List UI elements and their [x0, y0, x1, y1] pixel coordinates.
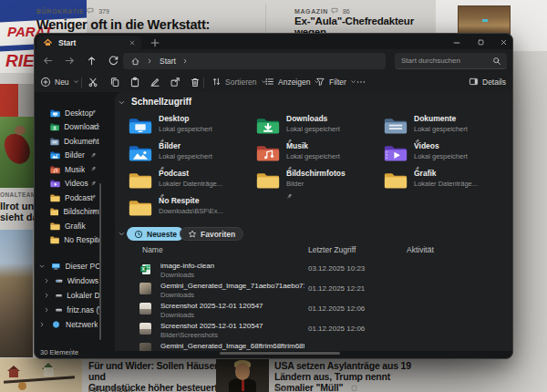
chevron-right-icon	[146, 57, 154, 66]
back-button[interactable]	[42, 55, 54, 67]
chevron-right-icon[interactable]	[181, 57, 190, 66]
view-list-icon	[264, 77, 274, 87]
chevron-right-icon[interactable]	[43, 306, 51, 315]
chevron-right-icon[interactable]	[43, 292, 51, 300]
share-button[interactable]	[170, 77, 181, 88]
column-divider	[265, 4, 266, 33]
new-tab-button[interactable]	[150, 37, 160, 48]
quick-access-tile-no-respite[interactable]: No Respite Downloads\BSF\Ex...	[129, 196, 256, 223]
quick-access-tile-grafik[interactable]: Grafik Lokaler Datenträge...	[384, 169, 511, 196]
copy-button[interactable]	[109, 77, 120, 88]
sidebar-item-grafik[interactable]: Grafik	[36, 219, 99, 233]
column-activity[interactable]: Aktivität	[407, 245, 434, 254]
close-button[interactable]	[493, 36, 513, 48]
sidebar-item-windows-c[interactable]: Windows (C:)	[41, 273, 99, 288]
minimize-button[interactable]	[447, 36, 467, 48]
chevron-down-icon[interactable]	[38, 263, 46, 271]
search-icon[interactable]	[492, 57, 501, 65]
sidebar-item-fritz-nas-192[interactable]: fritz.nas (\\192	[41, 303, 99, 317]
quick-access-tile-videos[interactable]: Videos Lokal gespeichert	[384, 141, 511, 169]
view-button[interactable]: Anzeigen	[264, 77, 321, 87]
quick-access-tile-bildschirmfotos[interactable]: Bildschirmfotos Bilder	[256, 169, 384, 196]
sidebar-item-label: Windows (C:)	[67, 276, 99, 285]
file-row-gemini-generated-image-71aebo71aebo71ae[interactable]: Gemini_Generated_Image_71aebo71aebo71ae …	[115, 280, 512, 300]
article-time: 05:52	[274, 386, 289, 392]
tile-name: Bildschirmfotos	[286, 169, 346, 178]
tile-location: Lokaler Datenträge...	[159, 180, 222, 188]
bookmark-icon[interactable]	[351, 385, 357, 391]
sidebar-scrollbar[interactable]	[99, 183, 101, 340]
trump-photo	[216, 358, 269, 392]
pin-icon	[90, 124, 98, 131]
folder-folder-icon	[384, 170, 408, 190]
paste-button[interactable]	[129, 77, 140, 88]
sidebar-item-podcast[interactable]: Podcast	[36, 191, 99, 205]
filter-button[interactable]: Filter	[315, 77, 357, 87]
file-row-screenshot-2025-12-01-120547[interactable]: Screenshot 2025-12-01 120547 Bilder\Scre…	[115, 320, 512, 340]
details-button[interactable]: Details	[469, 77, 506, 87]
forward-button[interactable]	[64, 55, 76, 67]
file-row-image-info-clean[interactable]: X image-info-clean Downloads 03.12.2025 …	[115, 260, 512, 280]
recent-label: Neueste	[147, 230, 177, 239]
article-headline-link[interactable]: USA setzen Asylanträge aus 19 Ländern au…	[274, 360, 420, 392]
maximize-button[interactable]	[470, 36, 490, 48]
column-last-access[interactable]: Letzter Zugriff	[308, 245, 356, 254]
sidebar-item-no-respite[interactable]: No Respite	[36, 233, 99, 248]
screenshot-root: PARAT RIE BÜROKRATIE 379 Weniger oft in …	[0, 0, 547, 392]
refresh-button[interactable]	[108, 55, 119, 67]
sidebar-item-lokaler-datent[interactable]: Lokaler Datent	[41, 288, 99, 303]
sidebar-item-netzwerk[interactable]: Netzwerk	[36, 317, 99, 332]
chevron-right-icon[interactable]	[38, 321, 46, 329]
quick-access-tile-downloads[interactable]: Downloads Lokal gespeichert	[256, 114, 384, 141]
file-name: Screenshot 2025-12-01 120547	[160, 302, 263, 310]
player-figure	[1, 130, 33, 167]
pin-icon	[286, 166, 294, 173]
sidebar-item-videos[interactable]: Videos	[36, 177, 99, 191]
breadcrumb-start[interactable]: Start	[160, 57, 176, 66]
music-icon	[50, 165, 60, 174]
pin-icon	[286, 193, 294, 201]
quick-access-tile-bilder[interactable]: Bilder Lokal gespeichert	[129, 141, 256, 169]
sidebar-item-downloads[interactable]: Downloads	[36, 120, 99, 135]
filter-favorites-pill[interactable]: Favoriten	[180, 227, 243, 241]
rename-button[interactable]	[150, 77, 160, 88]
sidebar-item-dieser-pc[interactable]: Dieser PC	[36, 259, 99, 273]
sort-button[interactable]: Sortieren	[212, 77, 268, 87]
address-bar[interactable]: Start	[123, 53, 386, 69]
sidebar-item-bildschirmfo[interactable]: Bildschirmfo	[36, 205, 99, 220]
tile-location: Lokal gespeichert	[414, 152, 468, 160]
quick-access-tile-musik[interactable]: Musik Lokal gespeichert	[256, 141, 384, 169]
article-headline-link[interactable]: Weniger oft in die Werkstatt:	[36, 17, 274, 32]
cut-button[interactable]	[88, 77, 98, 88]
horizontal-scrollbar[interactable]	[220, 352, 340, 355]
delete-button[interactable]	[190, 77, 201, 88]
chevron-right-icon[interactable]	[43, 277, 51, 285]
sidebar-item-dokumente[interactable]: Dokumente	[36, 134, 99, 149]
new-button[interactable]: Neu	[40, 77, 80, 88]
bottom-news-row: Für und Wider: Sollen Häuser und Grundst…	[0, 358, 547, 392]
sidebar-item-musik[interactable]: Musik	[36, 162, 99, 177]
tab-label: Start	[58, 38, 123, 47]
file-row-gemini-generated-image-68ftrim68ftrim68ftr[interactable]: Gemini_Generated_Image_68ftrim68ftrim68f…	[115, 340, 512, 351]
section-chevron-icon[interactable]	[118, 98, 127, 108]
home-icon[interactable]	[130, 57, 140, 67]
explorer-tab-start[interactable]: Start	[37, 36, 141, 49]
quick-access-tile-desktop[interactable]: Desktop Lokal gespeichert	[129, 114, 256, 141]
home-icon	[43, 37, 53, 47]
column-name[interactable]: Name	[142, 245, 163, 254]
up-button[interactable]	[86, 55, 98, 67]
more-button[interactable]	[356, 77, 366, 88]
quick-access-tile-dokumente[interactable]: Dokumente Lokal gespeichert	[384, 114, 511, 141]
article-kicker: FÜR & WIDER	[88, 387, 133, 392]
sidebar-item-bilder[interactable]: Bilder	[36, 149, 99, 163]
sidebar-item-desktop[interactable]: Desktop	[36, 106, 99, 120]
new-label: Neu	[55, 77, 69, 87]
quick-access-grid: Desktop Lokal gespeichert Downloads Loka…	[129, 114, 511, 223]
sidebar-item-label: No Respite	[64, 235, 99, 244]
tab-close-icon[interactable]	[129, 39, 136, 46]
filter-recent-pill[interactable]: Neueste	[127, 227, 184, 241]
quick-access-tile-podcast[interactable]: Podcast Lokaler Datenträge...	[129, 169, 256, 196]
section-chevron-icon[interactable]	[118, 230, 127, 239]
file-row-screenshot-2025-12-01-120547[interactable]: Screenshot 2025-12-01 120547 Downloads 0…	[115, 300, 512, 320]
search-input[interactable]: Start durchsuchen	[395, 53, 507, 69]
